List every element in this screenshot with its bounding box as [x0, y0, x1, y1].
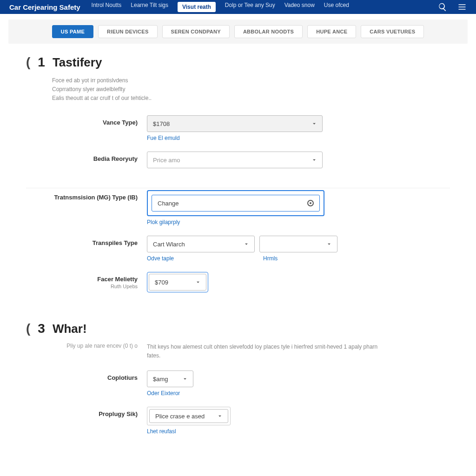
section-1-number: 1 [38, 55, 45, 70]
transpiles-helper-1[interactable]: Odve taple [147, 255, 184, 262]
tab-5[interactable]: CARS VUETURES [361, 25, 424, 38]
section-3: ( 3 Whar! Pliy up ale nare encev (0 t) o… [0, 307, 476, 450]
section-3-number: 3 [38, 321, 45, 336]
facer-sublabel: Ruth Upebs [52, 284, 138, 289]
bedia-select[interactable]: Price amo [147, 152, 323, 168]
field-coplotiurs: Coplotiurs $amg Oder Eixteror [52, 370, 450, 397]
transpiles-select-1[interactable]: Cart Wlarch [147, 236, 255, 252]
transmission-helper[interactable]: Plok gilaprply [147, 219, 324, 225]
paren-icon: ( [26, 321, 30, 336]
bedia-label: Bedia Reoryuty [52, 152, 147, 162]
search-icon[interactable] [438, 2, 447, 12]
transpiles-value-1: Cart Wlarch [153, 241, 185, 248]
transpiles-helpers: Odve taple Hrmls [147, 252, 337, 262]
transmission-value: Change [158, 200, 179, 207]
chevron-down-icon [243, 241, 250, 247]
tab-1[interactable]: RIEUN DEVICES [98, 25, 157, 38]
section-3-left-hint: Pliy up ale nare encev (0 t) o [52, 343, 147, 360]
chevron-down-icon [182, 376, 188, 382]
coplotiurs-value: $amg [153, 376, 168, 383]
field-facer-melietty: Facer Melietty Ruth Upebs $709 [52, 272, 450, 292]
proplugy-value: Plice crase e ased [155, 413, 205, 420]
vance-type-helper[interactable]: Fue El emuld [147, 135, 323, 141]
section-3-title: Whar! [53, 322, 87, 336]
tab-3[interactable]: ABBOLAR NOODTS [234, 25, 303, 38]
transpiles-helper-2[interactable]: Hrmls [263, 255, 300, 262]
subtab-bar: US PAME RIEUN DEVICES SEREN CONDPANY ABB… [8, 20, 468, 44]
section-1: ( 1 Tastifery Foce ed ab yot irr pontisl… [0, 44, 476, 183]
nav-item-2[interactable]: Visut reath [178, 2, 216, 12]
coplotiurs-label: Coplotiurs [52, 370, 147, 381]
vance-type-value: $1708 [153, 120, 170, 127]
section-3-right-intro: Thit keys how alemest cult ohten slevefo… [147, 343, 389, 360]
vance-type-select[interactable]: $1708 [147, 115, 323, 132]
bedia-value: Price amo [153, 157, 180, 164]
transpiles-selects: Cart Wlarch [147, 236, 337, 252]
tab-0[interactable]: US PAME [52, 25, 93, 38]
chevron-down-icon [311, 120, 317, 127]
transmission-label: Tratnsmsision (MG) Type (IB) [52, 190, 147, 201]
chevron-down-icon [326, 241, 332, 247]
facer-focus-wrap: $709 [147, 272, 208, 292]
proplugy-select[interactable]: Plice crase e ased [149, 409, 228, 423]
section-1-fields: Vance Type) $1708 Fue El emuld Bedia Reo… [52, 115, 450, 168]
transmission-select[interactable]: Change [152, 195, 320, 212]
proplugy-helper[interactable]: Lhet reufasl [147, 428, 231, 435]
radio-icon [307, 200, 314, 206]
transpiles-select-2[interactable] [259, 236, 337, 252]
field-bedia-reoryuty: Bedia Reoryuty Price amo [52, 152, 450, 168]
proplugy-box: Plice crase e ased [147, 407, 231, 425]
field-transmission: Tratnsmsision (MG) Type (IB) Change Plok… [52, 190, 450, 225]
nav-item-1[interactable]: Learne Tilt sigs [131, 2, 168, 12]
proplugy-label: Proplugy Sik) [52, 407, 147, 417]
top-icons [438, 2, 467, 12]
section-3-intro-row: Pliy up ale nare encev (0 t) o Thit keys… [52, 343, 450, 360]
nav-item-3[interactable]: Dolp or Tee any Suy [225, 2, 275, 12]
paren-icon: ( [26, 55, 30, 70]
nav-item-0[interactable]: Introl Noutts [92, 2, 122, 12]
top-bar: Car Cerjearing Safety Introl Noutts Lear… [0, 0, 476, 14]
field-vance-type: Vance Type) $1708 Fue El emuld [52, 115, 450, 141]
vance-type-label: Vance Type) [52, 115, 147, 126]
facer-value: $709 [155, 279, 168, 286]
tab-2[interactable]: SEREN CONDPANY [162, 25, 230, 38]
section-1-header: ( 1 Tastifery [26, 55, 450, 70]
top-nav: Introl Noutts Learne Tilt sigs Visut rea… [92, 2, 438, 12]
chevron-down-icon [311, 157, 317, 163]
tab-4[interactable]: HUPE ANCE [307, 25, 356, 38]
transpiles-label: Transpiles Type [52, 236, 147, 246]
nav-item-4[interactable]: Vadeo snow [284, 2, 315, 12]
facer-label: Facer Melietty Ruth Upebs [52, 272, 147, 289]
field-transpiles: Transpiles Type Cart Wlarch Odve taple H… [52, 236, 450, 262]
field-proplugy: Proplugy Sik) Plice crase e ased Lhet re… [52, 407, 450, 435]
section-1b-fields: Tratnsmsision (MG) Type (IB) Change Plok… [52, 190, 450, 292]
section-1-intro: Foce ed ab yot irr pontislvdens Coprratt… [52, 76, 210, 103]
chevron-down-icon [217, 413, 223, 419]
section-1-title: Tastifery [53, 55, 102, 70]
transmission-focus-wrap: Change [147, 190, 324, 216]
nav-item-5[interactable]: Use ofced [324, 2, 349, 12]
menu-icon[interactable] [457, 2, 467, 12]
chevron-down-icon [195, 279, 201, 285]
facer-label-text: Facer Melietty [97, 276, 138, 283]
coplotiurs-select[interactable]: $amg [147, 370, 193, 387]
section-3-header: ( 3 Whar! [26, 321, 450, 336]
section-3-fields: Coplotiurs $amg Oder Eixteror Proplugy S… [52, 370, 450, 435]
coplotiurs-helper[interactable]: Oder Eixteror [147, 390, 193, 397]
section-1b: Tratnsmsision (MG) Type (IB) Change Plok… [0, 188, 476, 307]
brand-title: Car Cerjearing Safety [9, 3, 80, 11]
facer-select[interactable]: $709 [149, 274, 206, 291]
